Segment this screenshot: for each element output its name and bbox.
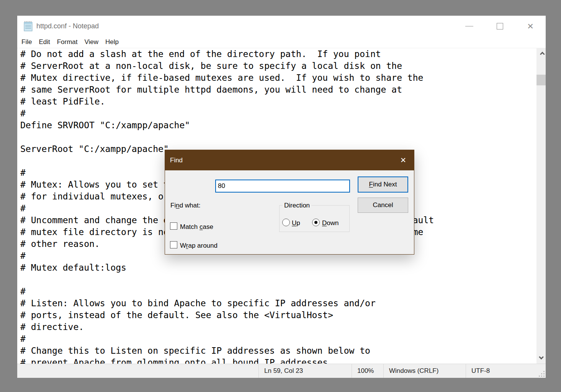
find-dialog-title-bar[interactable]: Find ✕ xyxy=(165,150,414,170)
vertical-scrollbar[interactable] xyxy=(536,48,546,364)
resize-grip-icon[interactable] xyxy=(539,371,545,377)
match-case-checkbox[interactable] xyxy=(170,222,177,230)
code-line: # ServerRoot at a non-local disk, be sur… xyxy=(20,60,536,72)
match-case-label: Match case xyxy=(180,223,213,231)
caption-buttons: ✕ xyxy=(454,16,546,36)
code-line: # least PidFile. xyxy=(20,96,536,108)
scroll-up-button[interactable] xyxy=(536,49,546,59)
find-what-input[interactable] xyxy=(215,180,350,193)
maximize-icon xyxy=(497,23,503,29)
menu-item[interactable]: Edit xyxy=(35,38,53,46)
code-line: # Mutex default:logs xyxy=(20,262,536,274)
cancel-label: Cancel xyxy=(373,201,393,209)
cursor-position: Ln 59, Col 23 xyxy=(258,364,352,378)
minimize-button[interactable] xyxy=(454,16,484,36)
direction-up-radio[interactable] xyxy=(282,219,290,226)
direction-down-label: Down xyxy=(322,219,339,227)
direction-group: Direction Up Down xyxy=(279,205,350,232)
close-icon: ✕ xyxy=(400,156,406,165)
menu-item[interactable]: View xyxy=(81,38,102,46)
find-next-label: Find Next xyxy=(369,181,397,188)
chevron-up-icon xyxy=(540,52,545,57)
status-bar: Ln 59, Col 23 100% Windows (CRLF) UTF-8 xyxy=(17,364,546,378)
code-line: # xyxy=(20,333,536,345)
scrollbar-thumb[interactable] xyxy=(536,75,546,85)
zoom-level: 100% xyxy=(352,364,383,378)
code-line: # Mutex directive, if file-based mutexes… xyxy=(20,72,536,84)
close-button[interactable]: ✕ xyxy=(515,16,546,36)
maximize-button[interactable] xyxy=(484,16,515,36)
notepad-icon xyxy=(23,21,33,31)
find-what-label: Find what: xyxy=(170,202,200,209)
direction-up-label: Up xyxy=(292,219,300,227)
direction-down-radio[interactable] xyxy=(312,219,320,226)
code-line: # prevent Apache from glomming onto all … xyxy=(20,357,536,364)
scroll-down-button[interactable] xyxy=(536,353,546,363)
find-dialog-body: Find what: Find Next Cancel Direction Up… xyxy=(165,170,414,255)
code-line: # Listen: Allows you to bind Apache to s… xyxy=(20,297,536,309)
code-line: # same ServerRoot for multiple httpd dae… xyxy=(20,84,536,96)
chevron-down-icon xyxy=(539,354,544,359)
wrap-around-label: Wrap around xyxy=(180,242,218,250)
close-icon: ✕ xyxy=(527,22,534,30)
code-line: Define SRVROOT "C:/xampp/apache" xyxy=(20,119,536,131)
code-line: # xyxy=(20,108,536,119)
code-line: # ports, instead of the default. See als… xyxy=(20,309,536,321)
line-ending: Windows (CRLF) xyxy=(383,364,466,378)
menu-item[interactable]: File xyxy=(18,38,35,46)
find-dialog-close-button[interactable]: ✕ xyxy=(396,150,411,170)
wrap-around-checkbox[interactable] xyxy=(170,241,177,248)
code-line: # xyxy=(20,286,536,297)
cancel-button[interactable]: Cancel xyxy=(358,198,408,213)
window-title: httpd.conf - Notepad xyxy=(36,22,99,30)
menu-bar: FileEditFormatViewHelp xyxy=(17,36,546,48)
code-line: # directive. xyxy=(20,321,536,333)
find-dialog-title: Find xyxy=(170,157,183,164)
find-dialog: Find ✕ Find what: Find Next Cancel Direc… xyxy=(165,150,414,255)
code-line: # Do not add a slash at the end of the d… xyxy=(20,48,536,60)
encoding: UTF-8 xyxy=(466,364,546,378)
code-line: # Change this to Listen on specific IP a… xyxy=(20,345,536,357)
code-line xyxy=(20,131,536,143)
menu-item[interactable]: Format xyxy=(54,38,81,46)
title-bar: httpd.conf - Notepad ✕ xyxy=(17,16,546,36)
direction-group-label: Direction xyxy=(283,202,311,209)
minimize-icon xyxy=(465,26,473,26)
find-next-button[interactable]: Find Next xyxy=(358,176,408,193)
menu-item[interactable]: Help xyxy=(102,38,122,46)
status-spacer xyxy=(17,364,258,378)
code-line xyxy=(20,274,536,286)
